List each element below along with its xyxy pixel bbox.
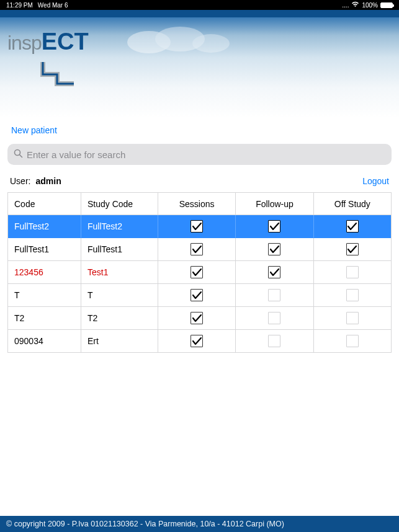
cell-study: FullTest2 [81, 215, 158, 238]
checkbox-checked-icon[interactable] [268, 220, 280, 233]
footer-text: © copyright 2009 - P.Iva 01021130362 - V… [6, 520, 284, 528]
logout-link[interactable]: Logout [362, 176, 389, 186]
cell-followup [236, 238, 313, 261]
new-patient-link[interactable]: New patient [7, 118, 392, 144]
cell-followup [236, 284, 313, 307]
table-row[interactable]: FullTest2FullTest2 [8, 215, 391, 238]
search-field-wrap[interactable] [7, 144, 392, 165]
wifi-icon [351, 1, 359, 9]
checkbox-empty-icon[interactable] [268, 312, 280, 324]
cell-offstudy [314, 330, 391, 353]
top-accent-bar [0, 10, 399, 17]
cell-offstudy [314, 307, 391, 330]
checkbox-empty-icon[interactable] [346, 312, 359, 324]
table-row[interactable]: 090034Ert [8, 330, 391, 353]
th-sessions[interactable]: Sessions [158, 193, 236, 215]
status-date: Wed Mar 6 [38, 2, 68, 9]
cell-study: Ert [81, 330, 158, 353]
cell-followup [236, 307, 313, 330]
user-info-row: User: admin Logout [7, 172, 392, 192]
checkbox-empty-icon[interactable] [346, 335, 359, 347]
logo-bracket-icon [40, 62, 77, 87]
logo-text-insp: insp [7, 32, 42, 54]
battery-percent: 100% [362, 2, 378, 9]
patient-table: Code Study Code Sessions Follow-up Off S… [7, 192, 392, 353]
checkbox-empty-icon[interactable] [346, 289, 359, 301]
cell-followup [236, 330, 313, 353]
cell-code: FullTest2 [8, 215, 81, 238]
table-row[interactable]: 123456Test1 [8, 261, 391, 284]
battery-icon [380, 2, 393, 8]
cell-code: 123456 [8, 261, 81, 284]
cell-followup [236, 261, 313, 284]
checkbox-checked-icon[interactable] [191, 289, 203, 301]
cell-study: FullTest1 [81, 238, 158, 261]
cell-sessions [158, 307, 236, 330]
app-header-banner: inspECT [0, 17, 399, 118]
th-code[interactable]: Code [8, 193, 81, 215]
cell-study: T2 [81, 307, 158, 330]
th-followup[interactable]: Follow-up [236, 193, 313, 215]
user-name: admin [35, 176, 61, 186]
cell-code: T2 [8, 307, 81, 330]
cell-sessions [158, 215, 236, 238]
cell-offstudy [314, 238, 391, 261]
search-input[interactable] [27, 149, 385, 160]
svg-point-2 [192, 34, 230, 53]
checkbox-checked-icon[interactable] [191, 335, 203, 347]
cell-study: Test1 [81, 261, 158, 284]
checkbox-empty-icon[interactable] [346, 266, 359, 278]
checkbox-checked-icon[interactable] [191, 220, 203, 233]
cell-code: T [8, 284, 81, 307]
decorative-clouds [124, 24, 236, 63]
th-study-code[interactable]: Study Code [81, 193, 158, 215]
checkbox-checked-icon[interactable] [346, 243, 359, 255]
checkbox-checked-icon[interactable] [346, 220, 359, 233]
cell-sessions [158, 261, 236, 284]
svg-line-4 [20, 155, 22, 157]
cell-code: 090034 [8, 330, 81, 353]
checkbox-checked-icon[interactable] [268, 243, 280, 255]
checkbox-checked-icon[interactable] [191, 243, 203, 255]
checkbox-empty-icon[interactable] [268, 335, 280, 347]
cell-offstudy [314, 215, 391, 238]
table-row[interactable]: T2T2 [8, 307, 391, 330]
checkbox-checked-icon[interactable] [268, 266, 280, 278]
user-label: User: [10, 176, 30, 186]
table-row[interactable]: FullTest1FullTest1 [8, 238, 391, 261]
th-offstudy[interactable]: Off Study [314, 193, 391, 215]
cell-study: T [81, 284, 158, 307]
device-status-bar: 11:29 PM Wed Mar 6 .... 100% [0, 0, 399, 10]
cell-code: FullTest1 [8, 238, 81, 261]
signal-dots: .... [342, 2, 349, 9]
table-row[interactable]: TT [8, 284, 391, 307]
checkbox-empty-icon[interactable] [268, 289, 280, 301]
checkbox-checked-icon[interactable] [191, 266, 203, 278]
checkbox-checked-icon[interactable] [191, 312, 203, 324]
cell-sessions [158, 284, 236, 307]
table-header-row: Code Study Code Sessions Follow-up Off S… [8, 193, 391, 215]
cell-sessions [158, 238, 236, 261]
cell-sessions [158, 330, 236, 353]
logo-text-ect: ECT [42, 29, 89, 55]
footer-bar: © copyright 2009 - P.Iva 01021130362 - V… [0, 516, 399, 532]
cell-offstudy [314, 261, 391, 284]
search-icon [14, 149, 23, 160]
cell-followup [236, 215, 313, 238]
app-logo: inspECT [7, 29, 89, 55]
cell-offstudy [314, 284, 391, 307]
status-time: 11:29 PM [6, 2, 33, 9]
